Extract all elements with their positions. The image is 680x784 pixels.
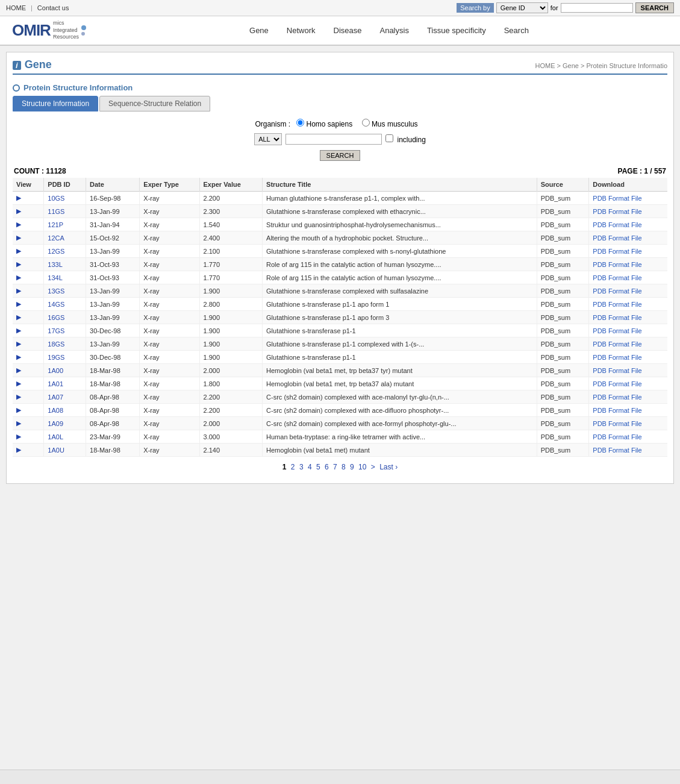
- cell-download[interactable]: PDB Format File: [589, 337, 667, 351]
- cell-download[interactable]: PDB Format File: [589, 390, 667, 404]
- pdb-id-link[interactable]: 121P: [48, 221, 63, 228]
- download-link[interactable]: PDB Format File: [593, 327, 641, 334]
- search-by-input[interactable]: [561, 3, 633, 13]
- pdb-id-link[interactable]: 1A00: [48, 367, 63, 374]
- cell-download[interactable]: PDB Format File: [589, 430, 667, 444]
- cell-download[interactable]: PDB Format File: [589, 298, 667, 311]
- cell-view[interactable]: ▶: [13, 218, 44, 231]
- play-icon[interactable]: ▶: [16, 433, 21, 440]
- cell-download[interactable]: PDB Format File: [589, 245, 667, 258]
- play-icon[interactable]: ▶: [16, 419, 21, 427]
- download-link[interactable]: PDB Format File: [593, 407, 641, 414]
- organism-mus-label[interactable]: Mus musculus: [362, 120, 418, 128]
- search-by-select[interactable]: Gene ID Gene Name UniProt ID PDB ID: [496, 2, 548, 13]
- nav-tissue-specificity[interactable]: Tissue specificity: [427, 24, 486, 37]
- nav-search[interactable]: Search: [504, 24, 529, 37]
- pdb-id-link[interactable]: 13GS: [48, 287, 64, 295]
- pdb-id-link[interactable]: 1A01: [48, 380, 63, 387]
- cell-download[interactable]: PDB Format File: [589, 311, 667, 324]
- home-link[interactable]: HOME: [6, 4, 26, 11]
- play-icon[interactable]: ▶: [16, 353, 21, 360]
- pdb-id-link[interactable]: 134L: [48, 274, 62, 281]
- download-link[interactable]: PDB Format File: [593, 420, 641, 427]
- cell-view[interactable]: ▶: [13, 311, 44, 324]
- organism-mus-radio[interactable]: [362, 119, 370, 127]
- play-icon[interactable]: ▶: [16, 380, 21, 387]
- cell-view[interactable]: ▶: [13, 245, 44, 258]
- cell-download[interactable]: PDB Format File: [589, 417, 667, 430]
- play-icon[interactable]: ▶: [16, 221, 21, 228]
- pdb-id-link[interactable]: 14GS: [48, 301, 64, 308]
- download-link[interactable]: PDB Format File: [593, 274, 641, 281]
- pagination-page-3[interactable]: 3: [299, 463, 304, 471]
- cell-view[interactable]: ▶: [13, 430, 44, 444]
- nav-gene[interactable]: Gene: [249, 24, 269, 37]
- download-link[interactable]: PDB Format File: [593, 248, 641, 255]
- cell-download[interactable]: PDB Format File: [589, 364, 667, 377]
- cell-view[interactable]: ▶: [13, 364, 44, 377]
- download-link[interactable]: PDB Format File: [593, 380, 641, 387]
- contact-link[interactable]: Contact us: [37, 4, 69, 11]
- download-link[interactable]: PDB Format File: [593, 195, 641, 202]
- pdb-id-link[interactable]: 10GS: [48, 195, 64, 202]
- cell-download[interactable]: PDB Format File: [589, 284, 667, 298]
- download-link[interactable]: PDB Format File: [593, 433, 641, 441]
- download-link[interactable]: PDB Format File: [593, 234, 641, 242]
- cell-view[interactable]: ▶: [13, 351, 44, 364]
- play-icon[interactable]: ▶: [16, 313, 21, 321]
- play-icon[interactable]: ▶: [16, 274, 21, 281]
- cell-download[interactable]: PDB Format File: [589, 258, 667, 271]
- play-icon[interactable]: ▶: [16, 234, 21, 241]
- cell-download[interactable]: PDB Format File: [589, 271, 667, 284]
- tab-sequence-structure-relation[interactable]: Sequence-Structure Relation: [99, 96, 210, 111]
- cell-download[interactable]: PDB Format File: [589, 377, 667, 390]
- pagination-page-10[interactable]: 10: [358, 463, 366, 471]
- pagination-page-8[interactable]: 8: [342, 463, 346, 471]
- download-link[interactable]: PDB Format File: [593, 208, 641, 215]
- cell-download[interactable]: PDB Format File: [589, 404, 667, 417]
- cell-view[interactable]: ▶: [13, 377, 44, 390]
- download-link[interactable]: PDB Format File: [593, 394, 641, 401]
- download-link[interactable]: PDB Format File: [593, 287, 641, 295]
- download-link[interactable]: PDB Format File: [593, 367, 641, 374]
- organism-homo-label[interactable]: Homo sapiens: [296, 120, 354, 128]
- cell-view[interactable]: ▶: [13, 231, 44, 245]
- pagination-page-2[interactable]: 2: [291, 463, 295, 471]
- search-button[interactable]: SEARCH: [320, 150, 361, 161]
- including-label[interactable]: including: [385, 134, 426, 144]
- pagination-page-6[interactable]: 6: [325, 463, 329, 471]
- pagination-page-5[interactable]: 5: [316, 463, 320, 471]
- organism-homo-radio[interactable]: [296, 119, 304, 127]
- cell-download[interactable]: PDB Format File: [589, 218, 667, 231]
- pdb-id-link[interactable]: 17GS: [48, 327, 64, 334]
- download-link[interactable]: PDB Format File: [593, 447, 641, 454]
- play-icon[interactable]: ▶: [16, 247, 21, 254]
- play-icon[interactable]: ▶: [16, 327, 21, 334]
- cell-view[interactable]: ▶: [13, 284, 44, 298]
- pdb-id-link[interactable]: 16GS: [48, 314, 64, 321]
- pagination-page-7[interactable]: 7: [333, 463, 337, 471]
- download-link[interactable]: PDB Format File: [593, 261, 641, 268]
- pdb-id-link[interactable]: 12CA: [48, 234, 64, 242]
- filter-input[interactable]: [285, 134, 382, 145]
- download-link[interactable]: PDB Format File: [593, 314, 641, 321]
- pdb-id-link[interactable]: 19GS: [48, 354, 64, 361]
- cell-download[interactable]: PDB Format File: [589, 192, 667, 205]
- pdb-id-link[interactable]: 1A0L: [48, 433, 63, 441]
- including-checkbox[interactable]: [385, 134, 393, 142]
- play-icon[interactable]: ▶: [16, 393, 21, 400]
- pagination-next[interactable]: >: [371, 463, 375, 471]
- cell-view[interactable]: ▶: [13, 205, 44, 218]
- search-top-button[interactable]: SEARCH: [635, 2, 674, 13]
- cell-download[interactable]: PDB Format File: [589, 231, 667, 245]
- cell-view[interactable]: ▶: [13, 337, 44, 351]
- cell-view[interactable]: ▶: [13, 324, 44, 337]
- play-icon[interactable]: ▶: [16, 287, 21, 294]
- play-icon[interactable]: ▶: [16, 260, 21, 268]
- pagination-page-4[interactable]: 4: [308, 463, 312, 471]
- cell-view[interactable]: ▶: [13, 258, 44, 271]
- pdb-id-link[interactable]: 1A08: [48, 407, 63, 414]
- download-link[interactable]: PDB Format File: [593, 354, 641, 361]
- cell-download[interactable]: PDB Format File: [589, 351, 667, 364]
- cell-view[interactable]: ▶: [13, 192, 44, 205]
